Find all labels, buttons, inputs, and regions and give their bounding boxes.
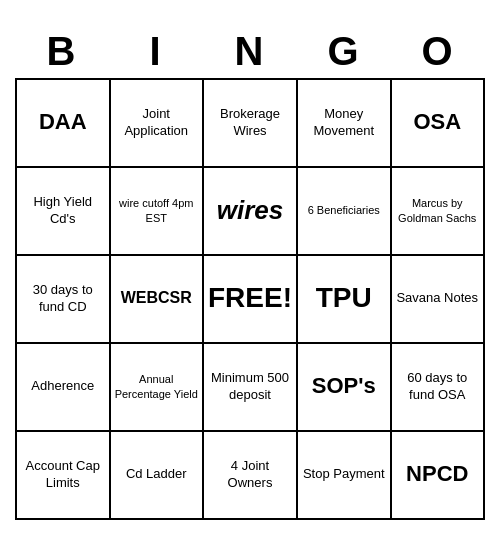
bingo-cell-2: Brokerage Wires bbox=[204, 80, 298, 168]
bingo-cell-10: 30 days to fund CD bbox=[17, 256, 111, 344]
bingo-grid: DAAJoint ApplicationBrokerage WiresMoney… bbox=[15, 78, 485, 520]
bingo-cell-5: High Yield Cd's bbox=[17, 168, 111, 256]
bingo-cell-24: NPCD bbox=[392, 432, 486, 520]
bingo-cell-17: Minimum 500 deposit bbox=[204, 344, 298, 432]
bingo-cell-21: Cd Ladder bbox=[111, 432, 205, 520]
header-letter: G bbox=[297, 25, 391, 78]
bingo-cell-19: 60 days to fund OSA bbox=[392, 344, 486, 432]
bingo-cell-14: Savana Notes bbox=[392, 256, 486, 344]
bingo-cell-11: WEBCSR bbox=[111, 256, 205, 344]
bingo-cell-6: wire cutoff 4pm EST bbox=[111, 168, 205, 256]
bingo-cell-15: Adherence bbox=[17, 344, 111, 432]
bingo-cell-9: Marcus by Goldman Sachs bbox=[392, 168, 486, 256]
bingo-cell-1: Joint Application bbox=[111, 80, 205, 168]
bingo-cell-20: Account Cap Limits bbox=[17, 432, 111, 520]
bingo-cell-12: FREE! bbox=[204, 256, 298, 344]
header-letter: N bbox=[203, 25, 297, 78]
header-letter: B bbox=[15, 25, 109, 78]
bingo-cell-7: wires bbox=[204, 168, 298, 256]
bingo-card: BINGO DAAJoint ApplicationBrokerage Wire… bbox=[15, 25, 485, 520]
bingo-cell-18: SOP's bbox=[298, 344, 392, 432]
bingo-cell-13: TPU bbox=[298, 256, 392, 344]
bingo-cell-3: Money Movement bbox=[298, 80, 392, 168]
bingo-cell-16: Annual Percentage Yield bbox=[111, 344, 205, 432]
header-letter: O bbox=[391, 25, 485, 78]
bingo-cell-0: DAA bbox=[17, 80, 111, 168]
header-letter: I bbox=[109, 25, 203, 78]
bingo-cell-8: 6 Beneficiaries bbox=[298, 168, 392, 256]
bingo-header: BINGO bbox=[15, 25, 485, 78]
bingo-cell-4: OSA bbox=[392, 80, 486, 168]
bingo-cell-23: Stop Payment bbox=[298, 432, 392, 520]
bingo-cell-22: 4 Joint Owners bbox=[204, 432, 298, 520]
